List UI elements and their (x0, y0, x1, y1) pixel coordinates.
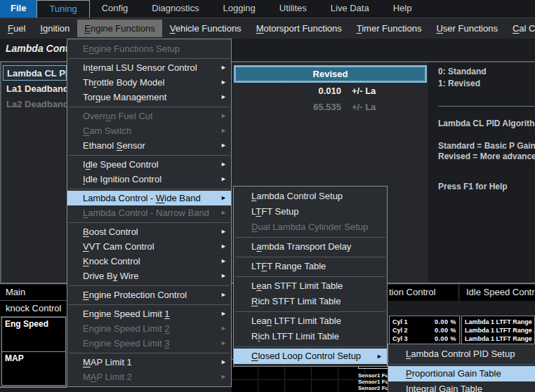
menu-item-label: Drive By Wire (83, 269, 220, 283)
revised-value-cell[interactable]: Revised (235, 67, 425, 81)
parameter-list: Lambda CL PIDLa1 DeadbandLa2 Deadband (0, 62, 67, 283)
menu-item-throttle-body-model[interactable]: Throttle Body Model► (67, 75, 231, 90)
submenu-arrow-icon: ► (220, 336, 227, 351)
submenu-arrow-icon: ► (220, 321, 227, 336)
cyl-trim-row: Cyl 30.00 % (390, 334, 459, 343)
menu-item-lambda-control-setup[interactable]: Lambda Control Setup (234, 189, 387, 204)
menu-item-proportional-gain-table[interactable]: Proportional Gain Table (388, 366, 535, 381)
menu-item-label: Idle Speed Control (83, 157, 220, 172)
menu-item-overrun-fuel-cut: Overrun Fuel Cut► (67, 109, 231, 123)
menu-item-label: Engine Speed Limit 2 (83, 321, 220, 336)
menu-item-label: Boost Control (83, 224, 220, 239)
menu-item-engine-speed-limit-1[interactable]: Engine Speed Limit 1► (67, 306, 231, 321)
menu-item-label: Lambda Control - Narrow Band (83, 205, 220, 220)
menu-item-lambda-control-wide-band[interactable]: Lambda Control - Wide Band► (67, 191, 231, 205)
cyl-trim-row: Cyl 10.00 % (390, 318, 459, 326)
function-menu-bar: FuelIgnitionEngine FunctionsVehicle Func… (0, 18, 535, 39)
menu-item-label: Dual Lambda Cylinder Setup (251, 219, 383, 235)
menu-item-label: LTFT Range Table (251, 259, 383, 274)
menu-item-label: Torque Management (83, 90, 220, 104)
menu-separator (69, 58, 230, 59)
submenu-arrow-icon: ► (220, 172, 227, 187)
menu-item-rich-stft-limit-table[interactable]: Rich STFT Limit Table (234, 294, 387, 309)
param-la2-deadband[interactable]: La2 Deadband (1, 97, 67, 112)
worksheet-tab-knock-control[interactable]: knock Control (0, 301, 67, 317)
menu-item-label: Lambda Control PID Setup (406, 346, 531, 362)
ltft-range-row: Lambda 1 LTFT Range 1 (462, 318, 534, 326)
submenu-arrow-icon: ► (220, 75, 227, 90)
menu-item-lean-stft-limit-table[interactable]: Lean STFT Limit Table (234, 278, 387, 294)
menu-item-engine-speed-limit-3: Engine Speed Limit 3► (67, 336, 231, 351)
closed-loop-control-setup-submenu: Lambda Control PID SetupProportional Gai… (388, 344, 535, 392)
top-tab-utilites[interactable]: Utilites (268, 0, 319, 18)
menu-item-label: Lambda Control - Wide Band (83, 191, 220, 205)
menubar-motorsport-functions[interactable]: Motorsport Functions (249, 20, 349, 37)
worksheet-tab-traction-control[interactable]: tion Control (388, 285, 458, 301)
menubar-vehicle-functions[interactable]: Vehicle Functions (163, 20, 249, 37)
menu-item-boost-control[interactable]: Boost Control► (67, 224, 231, 239)
cyl-value: 0.00 % (435, 326, 456, 334)
menubar-fuel[interactable]: Fuel (1, 20, 32, 37)
app-window: FileTuningConfigDiagnosticsLoggingUtilit… (0, 0, 535, 392)
menu-item-torque-management[interactable]: Torque Management► (67, 90, 231, 104)
top-tab-config[interactable]: Config (90, 0, 140, 18)
cylinder-trim-panel: Cyl 10.00 %Cyl 20.00 %Cyl 30.00 % (389, 316, 460, 344)
menu-item-label: Cam Switch (83, 123, 220, 138)
menu-item-ltft-range-table[interactable]: LTFT Range Table (234, 259, 387, 274)
top-tab-diagnostics[interactable]: Diagnostics (140, 0, 211, 18)
worksheet-tab-idle-speed-control[interactable]: Idle Speed Control (460, 285, 535, 301)
menu-item-knock-control[interactable]: Knock Control► (67, 254, 231, 269)
menu-separator (235, 346, 385, 347)
menu-item-map-limit-1[interactable]: MAP Limit 1► (67, 355, 231, 370)
menu-separator (390, 364, 534, 365)
top-tab-file[interactable]: File (0, 0, 37, 18)
cyl-trim-row: Cyl 20.00 % (390, 326, 459, 334)
param-lambda-cl-pid[interactable]: Lambda CL PID (3, 65, 67, 81)
menu-item-rich-ltft-limit-table[interactable]: Rich LTFT Limit Table (234, 329, 387, 344)
menu-item-label: Ethanol Sensor (83, 138, 220, 153)
menu-item-lambda-control-pid-setup[interactable]: Lambda Control PID Setup (388, 346, 535, 362)
menu-item-label: Rich LTFT Limit Table (251, 329, 383, 344)
menubar-user-functions[interactable]: User Functions (429, 20, 504, 37)
right-worksheet-tabs: tion Control Idle Speed Control E (388, 285, 535, 301)
menu-item-ltft-setup[interactable]: LTFT Setup (234, 204, 387, 219)
top-tab-logging[interactable]: Logging (211, 0, 267, 18)
menu-item-idle-speed-control[interactable]: Idle Speed Control► (67, 157, 231, 172)
menu-item-lambda-transport-delay[interactable]: Lambda Transport Delay (234, 239, 387, 255)
menu-item-idle-ignition-control[interactable]: Idle Ignition Control► (67, 172, 231, 187)
menu-separator (235, 237, 385, 238)
menubar-cal-control[interactable]: Cal Control (506, 20, 535, 37)
menubar-ignition[interactable]: Ignition (33, 20, 77, 37)
menu-item-drive-by-wire[interactable]: Drive By Wire► (67, 269, 231, 283)
submenu-arrow-icon: ► (376, 349, 383, 364)
menu-item-label: Idle Ignition Control (83, 172, 220, 187)
menu-item-lean-ltft-limit-table[interactable]: Lean LTFT Limit Table (234, 313, 387, 329)
menu-separator (69, 189, 230, 189)
submenu-arrow-icon: ► (220, 306, 227, 321)
cyl-value: 0.00 % (435, 334, 456, 343)
param-la1-deadband[interactable]: La1 Deadband (1, 81, 67, 97)
menubar-engine-functions[interactable]: Engine Functions (77, 20, 161, 37)
menu-item-label: Closed Loop Control Setup (251, 349, 376, 364)
worksheet-tab-main[interactable]: Main (0, 285, 67, 301)
submenu-arrow-icon: ► (220, 370, 227, 384)
menu-item-label: Engine Speed Limit 3 (83, 336, 220, 351)
help-panel: 0: Standand 1: Revised Lambda CL PID Alg… (428, 62, 535, 283)
submenu-arrow-icon: ► (220, 269, 227, 283)
menu-item-engine-protection-control[interactable]: Engine Protection Control► (67, 288, 231, 302)
enum-option-1: 1: Revised (438, 79, 480, 88)
menubar-timer-functions[interactable]: Timer Functions (350, 20, 429, 37)
value-number: 0.010 (302, 86, 341, 96)
menu-item-internal-lsu-sensor-control[interactable]: Internal LSU Sensor Control► (67, 60, 231, 75)
menu-item-ethanol-sensor[interactable]: Ethanol Sensor► (67, 138, 231, 153)
submenu-arrow-icon: ► (220, 254, 227, 269)
cyl-value: 0.00 % (435, 318, 456, 326)
top-tab-live-data[interactable]: Live Data (319, 0, 381, 18)
top-tab-tuning[interactable]: Tuning (37, 0, 89, 18)
menu-item-label: MAP Limit 1 (83, 355, 220, 370)
menu-item-integral-gain-table[interactable]: Integral Gain Table (388, 381, 535, 392)
menu-item-vvt-cam-control[interactable]: VVT Cam Control► (67, 239, 231, 254)
menu-item-closed-loop-control-setup[interactable]: Closed Loop Control Setup► (234, 349, 387, 364)
menu-separator (69, 222, 230, 223)
top-tab-help[interactable]: Help (381, 0, 424, 18)
